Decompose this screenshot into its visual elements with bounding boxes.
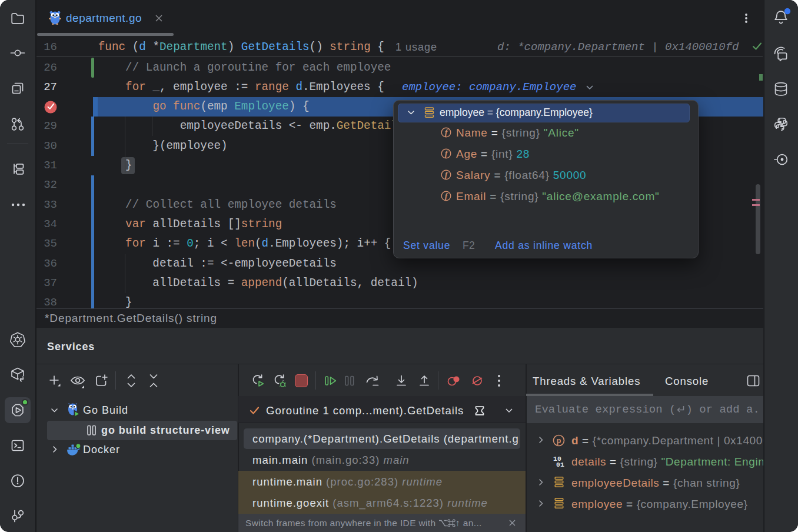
svg-text:f: f bbox=[445, 171, 448, 179]
svg-text:01: 01 bbox=[556, 461, 564, 468]
svg-text:f: f bbox=[445, 192, 448, 201]
svg-text:f: f bbox=[445, 149, 448, 158]
svg-text:p: p bbox=[557, 437, 561, 445]
svg-text:f: f bbox=[445, 128, 448, 137]
